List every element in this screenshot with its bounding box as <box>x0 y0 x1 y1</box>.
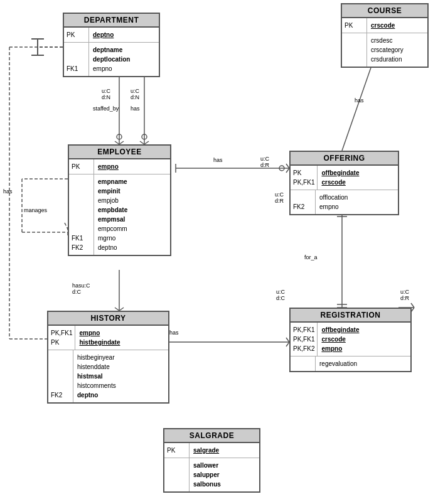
field-empbdate: empbdate <box>98 205 166 215</box>
label-hist-has: has <box>169 330 179 336</box>
field-crsduration: crsduration <box>371 55 424 64</box>
entity-course-other-section: crsdesc crscategory crsduration <box>342 33 427 67</box>
entity-department-header: DEPARTMENT <box>64 14 159 28</box>
label-uc-dept2: u:Cd:N <box>131 88 139 100</box>
field-empmsal: empmsal <box>98 215 166 224</box>
label-uc-dc-reg: u:Cd:C <box>276 289 285 301</box>
label-uc-dn-dept: u:Cd:N <box>102 88 110 100</box>
field-hist-deptno: deptno <box>77 390 164 400</box>
field-salbonus: salbonus <box>193 480 255 489</box>
svg-point-27 <box>279 166 284 171</box>
entity-registration-pk-fields: offbegindate crscode empno <box>318 323 410 356</box>
entity-employee-pk-fields: empno <box>94 159 170 174</box>
entity-employee: EMPLOYEE PK empno FK1FK2 empname empinit… <box>68 144 171 256</box>
entity-employee-header: EMPLOYEE <box>69 146 170 159</box>
diagram-container: staffed_by has has has for_a has has man… <box>0 0 433 504</box>
entity-registration-pk-key: PK,FK1PK,FK1PK,FK2 <box>291 323 318 356</box>
entity-department-other-fields: deptname deptlocation empno <box>89 43 159 76</box>
entity-registration: REGISTRATION PK,FK1PK,FK1PK,FK2 offbegin… <box>289 308 412 372</box>
entity-course-pk-section: PK crscode <box>342 18 427 33</box>
field-empinit: empinit <box>98 186 166 196</box>
entity-course-pk-key: PK <box>342 18 367 33</box>
field-reg-offbegindate: offbegindate <box>321 326 359 333</box>
label-has-left: has <box>3 188 13 195</box>
label-course-has: has <box>355 97 364 104</box>
entity-registration-header: REGISTRATION <box>291 309 410 323</box>
entity-offering-pk-fields: offbegindate crscode <box>318 166 398 190</box>
entity-offering-fk-key: FK2 <box>291 190 316 214</box>
field-empno: empno <box>98 163 119 170</box>
entity-offering: OFFERING PKPK,FK1 offbegindate crscode F… <box>289 151 399 215</box>
entity-history-pk-section: PK,FK1PK empno histbegindate <box>48 326 168 350</box>
field-reg-crscode: crscode <box>321 336 345 343</box>
entity-registration-other-section: regevaluation <box>291 357 410 371</box>
field-histcomments: histcomments <box>77 381 164 390</box>
field-salgrade: salgrade <box>193 447 219 454</box>
entity-history-fk-key: FK2 <box>48 350 73 402</box>
entity-department-fk-key: FK1 <box>64 43 89 76</box>
entity-employee-other-section: FK1FK2 empname empinit empjob empbdate e… <box>69 174 170 255</box>
field-salupper: salupper <box>193 470 255 480</box>
svg-point-15 <box>117 134 122 139</box>
field-offbegindate: offbegindate <box>321 169 359 176</box>
field-offlocation: offlocation <box>319 193 394 202</box>
entity-department-pk-key: PK <box>64 28 89 42</box>
entity-salgrade-other-fields: sallower salupper salbonus <box>190 458 259 491</box>
entity-course: COURSE PK crscode crsdesc crscategory cr… <box>341 3 429 68</box>
entity-employee-pk-key: PK <box>69 159 94 174</box>
field-off-crscode: crscode <box>321 179 345 186</box>
entity-history-header: HISTORY <box>48 312 168 326</box>
entity-salgrade-other-section: sallower salupper salbonus <box>164 458 259 491</box>
field-emp-deptno: deptno <box>98 243 166 252</box>
field-empcomm: empcomm <box>98 224 166 233</box>
label-uc-dr-offering: u:Cd:R <box>260 156 269 168</box>
entity-department-other-section: FK1 deptname deptlocation empno <box>64 43 159 76</box>
entity-employee-pk-section: PK empno <box>69 159 170 174</box>
label-staffed-by: staffed_by <box>93 105 119 112</box>
field-crsdesc: crsdesc <box>371 36 424 45</box>
field-deptlocation: deptlocation <box>93 55 155 64</box>
field-histbegindate: histbegindate <box>79 339 120 346</box>
label-uc-dr-off2: u:Cd:R <box>275 191 284 204</box>
field-crscode: crscode <box>371 22 395 29</box>
entity-employee-fk-key: FK1FK2 <box>69 174 94 255</box>
field-crscategory: crscategory <box>371 45 424 55</box>
entity-course-pk-fields: crscode <box>367 18 427 33</box>
entity-salgrade-pk-section: PK salgrade <box>164 443 259 458</box>
field-histenddate: histenddate <box>77 362 164 372</box>
entity-offering-pk-section: PKPK,FK1 offbegindate crscode <box>291 166 398 190</box>
svg-point-18 <box>142 134 147 139</box>
entity-history-pk-key: PK,FK1PK <box>48 326 75 350</box>
svg-line-42 <box>411 303 414 308</box>
field-hist-empno: empno <box>79 330 100 336</box>
entity-registration-pk-section: PK,FK1PK,FK1PK,FK2 offbegindate crscode … <box>291 323 410 357</box>
entity-history-pk-fields: empno histbegindate <box>75 326 168 350</box>
entity-department-pk-section: PK deptno <box>64 28 159 43</box>
field-reg-empno: empno <box>321 345 342 352</box>
entity-course-other-fields: crsdesc crscategory crsduration <box>367 33 427 67</box>
field-empname: empname <box>98 177 166 186</box>
entity-registration-other-fields: regevaluation <box>316 357 410 371</box>
entity-salgrade-pk-fields: salgrade <box>190 443 259 458</box>
entity-course-header: COURSE <box>342 4 427 18</box>
field-mgrno: mgrno <box>98 233 166 243</box>
entity-offering-other-section: FK2 offlocation empno <box>291 190 398 214</box>
field-empjob: empjob <box>98 196 166 205</box>
entity-history: HISTORY PK,FK1PK empno histbegindate FK2… <box>47 311 169 404</box>
field-dept-empno: empno <box>93 64 155 73</box>
entity-history-other-section: FK2 histbeginyear histenddate histmsal h… <box>48 350 168 402</box>
label-uc-dr-reg: u:Cd:R <box>400 289 409 301</box>
svg-line-5 <box>342 66 372 151</box>
entity-registration-other-key <box>291 357 316 371</box>
label-offering-reg: for_a <box>304 254 318 260</box>
entity-employee-other-fields: empname empinit empjob empbdate empmsal … <box>94 174 170 255</box>
entity-history-other-fields: histbeginyear histenddate histmsal histc… <box>73 350 168 402</box>
field-off-empno: empno <box>319 202 394 212</box>
field-deptno: deptno <box>93 31 114 38</box>
entity-salgrade-other-key <box>164 458 190 491</box>
label-manages: manages <box>24 207 47 213</box>
field-deptname: deptname <box>93 45 155 55</box>
entity-department-pk-fields: deptno <box>89 28 159 42</box>
entity-offering-header: OFFERING <box>291 152 398 166</box>
entity-salgrade-header: SALGRADE <box>164 429 259 443</box>
